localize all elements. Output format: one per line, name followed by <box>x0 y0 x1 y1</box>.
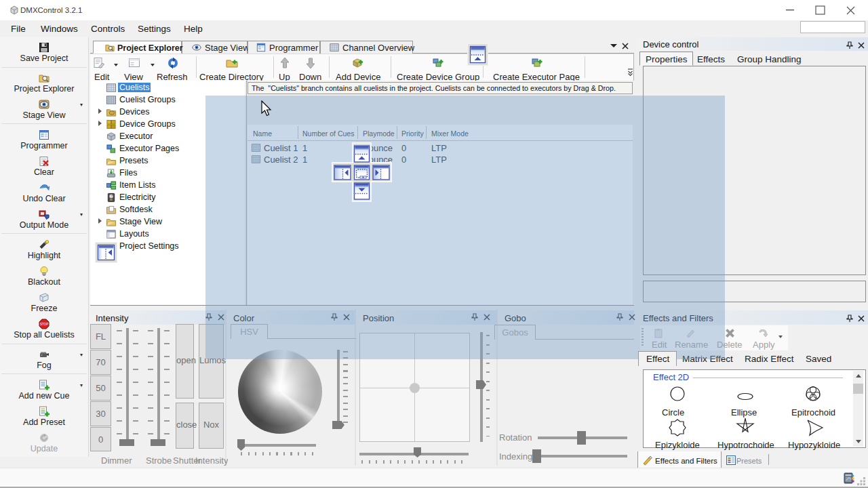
svg-text:STOP: STOP <box>40 323 48 326</box>
